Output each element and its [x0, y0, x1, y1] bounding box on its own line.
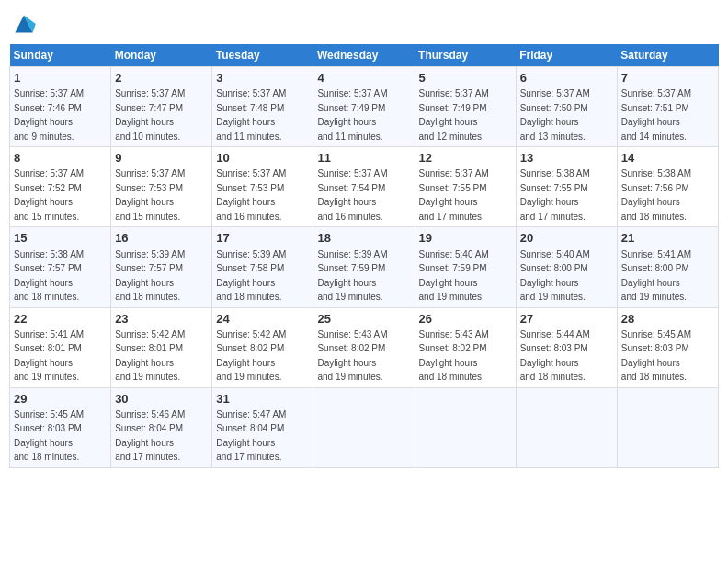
day-info: Sunrise: 5:39 AMSunset: 7:58 PMDaylight … — [216, 249, 286, 303]
calendar-cell: 15Sunrise: 5:38 AMSunset: 7:57 PMDayligh… — [10, 227, 111, 307]
calendar-cell: 26Sunrise: 5:43 AMSunset: 8:02 PMDayligh… — [415, 307, 516, 387]
calendar-cell: 1Sunrise: 5:37 AMSunset: 7:46 PMDaylight… — [10, 67, 111, 147]
calendar-cell: 10Sunrise: 5:37 AMSunset: 7:53 PMDayligh… — [212, 147, 313, 227]
day-info: Sunrise: 5:42 AMSunset: 8:02 PMDaylight … — [216, 329, 286, 383]
calendar-cell: 5Sunrise: 5:37 AMSunset: 7:49 PMDaylight… — [415, 67, 516, 147]
day-header-thursday: Thursday — [415, 44, 516, 67]
day-number: 25 — [317, 311, 410, 327]
day-info: Sunrise: 5:37 AMSunset: 7:52 PMDaylight … — [14, 168, 84, 222]
calendar-cell: 11Sunrise: 5:37 AMSunset: 7:54 PMDayligh… — [313, 147, 415, 227]
day-info: Sunrise: 5:45 AMSunset: 8:03 PMDaylight … — [621, 329, 691, 383]
day-number: 8 — [14, 150, 107, 167]
calendar-cell: 8Sunrise: 5:37 AMSunset: 7:52 PMDaylight… — [10, 147, 111, 227]
day-header-tuesday: Tuesday — [212, 44, 313, 67]
day-info: Sunrise: 5:37 AMSunset: 7:53 PMDaylight … — [115, 168, 185, 222]
calendar-cell: 22Sunrise: 5:41 AMSunset: 8:01 PMDayligh… — [10, 307, 111, 387]
day-number: 1 — [14, 70, 107, 86]
day-number: 23 — [115, 311, 208, 327]
day-info: Sunrise: 5:39 AMSunset: 7:57 PMDaylight … — [115, 249, 185, 303]
day-number: 17 — [216, 230, 309, 247]
day-info: Sunrise: 5:43 AMSunset: 8:02 PMDaylight … — [317, 329, 387, 383]
day-number: 13 — [520, 150, 613, 167]
day-info: Sunrise: 5:46 AMSunset: 8:04 PMDaylight … — [115, 409, 185, 463]
day-number: 24 — [216, 311, 309, 327]
day-header-wednesday: Wednesday — [313, 44, 415, 67]
day-info: Sunrise: 5:38 AMSunset: 7:56 PMDaylight … — [621, 168, 691, 222]
calendar-cell: 29Sunrise: 5:45 AMSunset: 8:03 PMDayligh… — [10, 387, 111, 467]
logo-icon — [9, 9, 39, 39]
calendar-cell: 12Sunrise: 5:37 AMSunset: 7:55 PMDayligh… — [415, 147, 516, 227]
calendar-cell: 4Sunrise: 5:37 AMSunset: 7:49 PMDaylight… — [313, 67, 415, 147]
day-info: Sunrise: 5:43 AMSunset: 8:02 PMDaylight … — [419, 329, 489, 383]
day-number: 3 — [216, 70, 309, 86]
day-number: 27 — [520, 311, 613, 327]
day-header-friday: Friday — [516, 44, 617, 67]
calendar-cell — [516, 387, 617, 467]
day-info: Sunrise: 5:41 AMSunset: 8:01 PMDaylight … — [14, 329, 84, 383]
day-number: 22 — [14, 311, 107, 327]
day-info: Sunrise: 5:37 AMSunset: 7:49 PMDaylight … — [317, 88, 387, 142]
day-number: 21 — [621, 230, 714, 247]
day-number: 14 — [621, 150, 714, 167]
day-info: Sunrise: 5:37 AMSunset: 7:48 PMDaylight … — [216, 88, 286, 142]
day-info: Sunrise: 5:37 AMSunset: 7:51 PMDaylight … — [621, 88, 691, 142]
week-row-4: 22Sunrise: 5:41 AMSunset: 8:01 PMDayligh… — [10, 307, 719, 387]
day-info: Sunrise: 5:37 AMSunset: 7:47 PMDaylight … — [115, 88, 185, 142]
day-info: Sunrise: 5:39 AMSunset: 7:59 PMDaylight … — [317, 249, 387, 303]
day-number: 28 — [621, 311, 714, 327]
week-row-2: 8Sunrise: 5:37 AMSunset: 7:52 PMDaylight… — [10, 147, 719, 227]
calendar-cell: 17Sunrise: 5:39 AMSunset: 7:58 PMDayligh… — [212, 227, 313, 307]
day-info: Sunrise: 5:37 AMSunset: 7:49 PMDaylight … — [419, 88, 489, 142]
day-info: Sunrise: 5:38 AMSunset: 7:57 PMDaylight … — [14, 249, 84, 303]
day-number: 30 — [115, 391, 208, 408]
calendar-cell: 9Sunrise: 5:37 AMSunset: 7:53 PMDaylight… — [111, 147, 212, 227]
calendar-cell: 31Sunrise: 5:47 AMSunset: 8:04 PMDayligh… — [212, 387, 313, 467]
calendar-cell: 19Sunrise: 5:40 AMSunset: 7:59 PMDayligh… — [415, 227, 516, 307]
day-info: Sunrise: 5:42 AMSunset: 8:01 PMDaylight … — [115, 329, 185, 383]
week-row-1: 1Sunrise: 5:37 AMSunset: 7:46 PMDaylight… — [10, 67, 719, 147]
calendar-cell: 16Sunrise: 5:39 AMSunset: 7:57 PMDayligh… — [111, 227, 212, 307]
calendar-cell: 25Sunrise: 5:43 AMSunset: 8:02 PMDayligh… — [313, 307, 415, 387]
day-info: Sunrise: 5:40 AMSunset: 8:00 PMDaylight … — [520, 249, 590, 303]
day-number: 6 — [520, 70, 613, 86]
calendar-cell — [313, 387, 415, 467]
day-number: 2 — [115, 70, 208, 86]
day-number: 7 — [621, 70, 714, 86]
calendar-cell: 20Sunrise: 5:40 AMSunset: 8:00 PMDayligh… — [516, 227, 617, 307]
calendar-cell — [415, 387, 516, 467]
calendar-cell: 28Sunrise: 5:45 AMSunset: 8:03 PMDayligh… — [617, 307, 718, 387]
day-info: Sunrise: 5:37 AMSunset: 7:54 PMDaylight … — [317, 168, 387, 222]
calendar-cell: 7Sunrise: 5:37 AMSunset: 7:51 PMDaylight… — [617, 67, 718, 147]
day-info: Sunrise: 5:41 AMSunset: 8:00 PMDaylight … — [621, 249, 691, 303]
calendar-cell: 18Sunrise: 5:39 AMSunset: 7:59 PMDayligh… — [313, 227, 415, 307]
day-info: Sunrise: 5:38 AMSunset: 7:55 PMDaylight … — [520, 168, 590, 222]
day-number: 9 — [115, 150, 208, 167]
day-info: Sunrise: 5:37 AMSunset: 7:53 PMDaylight … — [216, 168, 286, 222]
day-number: 15 — [14, 230, 107, 247]
calendar-cell — [617, 387, 718, 467]
day-info: Sunrise: 5:37 AMSunset: 7:50 PMDaylight … — [520, 88, 590, 142]
calendar-cell: 14Sunrise: 5:38 AMSunset: 7:56 PMDayligh… — [617, 147, 718, 227]
calendar-cell: 27Sunrise: 5:44 AMSunset: 8:03 PMDayligh… — [516, 307, 617, 387]
day-number: 12 — [419, 150, 512, 167]
day-number: 29 — [14, 391, 107, 408]
day-number: 5 — [419, 70, 512, 86]
day-number: 26 — [419, 311, 512, 327]
calendar-cell: 6Sunrise: 5:37 AMSunset: 7:50 PMDaylight… — [516, 67, 617, 147]
calendar-table: SundayMondayTuesdayWednesdayThursdayFrid… — [9, 44, 719, 468]
page-header — [9, 9, 719, 39]
day-header-sunday: Sunday — [10, 44, 111, 67]
day-number: 19 — [419, 230, 512, 247]
day-header-saturday: Saturday — [617, 44, 718, 67]
day-info: Sunrise: 5:37 AMSunset: 7:55 PMDaylight … — [419, 168, 489, 222]
day-number: 20 — [520, 230, 613, 247]
day-number: 31 — [216, 391, 309, 408]
calendar-cell: 3Sunrise: 5:37 AMSunset: 7:48 PMDaylight… — [212, 67, 313, 147]
calendar-cell: 2Sunrise: 5:37 AMSunset: 7:47 PMDaylight… — [111, 67, 212, 147]
day-info: Sunrise: 5:37 AMSunset: 7:46 PMDaylight … — [14, 88, 84, 142]
day-info: Sunrise: 5:45 AMSunset: 8:03 PMDaylight … — [14, 409, 84, 463]
day-number: 16 — [115, 230, 208, 247]
day-number: 10 — [216, 150, 309, 167]
day-number: 4 — [317, 70, 410, 86]
calendar-cell: 23Sunrise: 5:42 AMSunset: 8:01 PMDayligh… — [111, 307, 212, 387]
